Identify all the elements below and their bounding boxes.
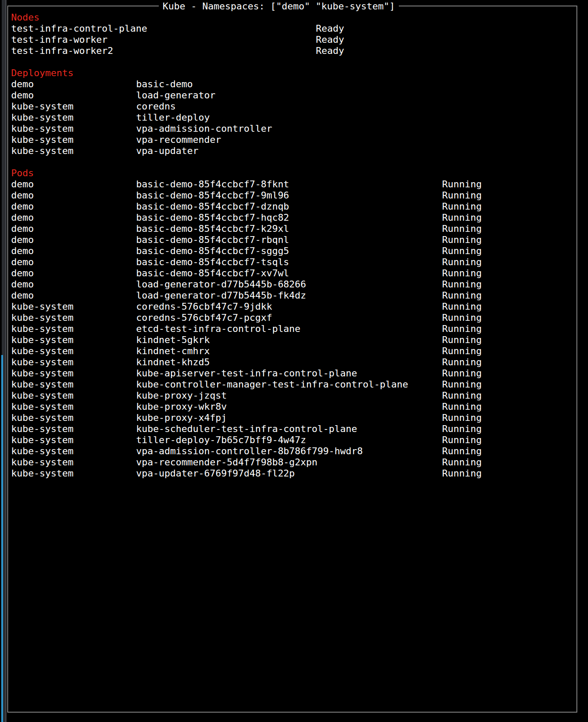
deployment-name: load-generator [136, 90, 215, 101]
deployment-namespace: demo [11, 90, 34, 101]
deployment-row: kube-systemvpa-recommender [8, 134, 576, 145]
deployment-name: basic-demo [136, 79, 193, 90]
pod-namespace: kube-system [11, 346, 74, 357]
pod-name: kube-scheduler-test-infra-control-plane [136, 423, 357, 435]
pod-status: Running [442, 312, 482, 323]
pod-namespace: kube-system [11, 334, 74, 346]
deployment-name: tiller-deploy [136, 112, 210, 123]
node-name: test-infra-control-plane [11, 23, 147, 34]
pod-status: Running [442, 357, 482, 368]
pod-status: Running [442, 279, 482, 290]
pod-name: kindnet-khzd5 [136, 357, 210, 368]
pod-namespace: kube-system [11, 312, 74, 323]
pod-namespace: demo [11, 279, 34, 290]
pod-namespace: demo [11, 290, 34, 301]
pod-namespace: kube-system [11, 379, 74, 390]
pod-name: vpa-recommender-5d4f7f98b8-g2xpn [136, 457, 318, 468]
pod-row: kube-systemtiller-deploy-7b65c7bff9-4w47… [8, 435, 576, 446]
nodes-section-header: Nodes [8, 12, 576, 23]
pod-name: kube-proxy-jzqst [136, 390, 227, 401]
pod-namespace: demo [11, 201, 34, 212]
pod-row: demoload-generator-d77b5445b-fk4dzRunnin… [8, 290, 576, 301]
pod-row: kube-systemcoredns-576cbf47c7-9jdkkRunni… [8, 301, 576, 312]
pod-status: Running [442, 468, 482, 479]
pod-namespace: kube-system [11, 423, 74, 435]
pod-name: basic-demo-85f4ccbcf7-xv7wl [136, 268, 289, 279]
pod-row: kube-systemvpa-recommender-5d4f7f98b8-g2… [8, 457, 576, 468]
pod-status: Running [442, 223, 482, 234]
pod-status: Running [442, 334, 482, 346]
node-name: test-infra-worker2 [11, 45, 113, 56]
node-status: Ready [316, 34, 344, 45]
deployment-name: coredns [136, 101, 176, 112]
pod-status: Running [442, 190, 482, 201]
deployment-namespace: kube-system [11, 145, 74, 157]
pod-status: Running [442, 212, 482, 223]
pod-status: Running [442, 257, 482, 268]
kube-panel: Kube - Namespaces: ["demo" "kube-system"… [7, 6, 577, 713]
pod-row: kube-systemkube-apiserver-test-infra-con… [8, 368, 576, 379]
pod-row: kube-systemcoredns-576cbf47c7-pcgxfRunni… [8, 312, 576, 323]
pod-name: load-generator-d77b5445b-68266 [136, 279, 306, 290]
pod-name: basic-demo-85f4ccbcf7-sggg5 [136, 246, 289, 257]
pod-row: demobasic-demo-85f4ccbcf7-tsqlsRunning [8, 257, 576, 268]
pod-row: kube-systemkube-controller-manager-test-… [8, 379, 576, 390]
pod-row: demoload-generator-d77b5445b-68266Runnin… [8, 279, 576, 290]
pod-namespace: demo [11, 246, 34, 257]
pod-status: Running [442, 179, 482, 190]
pod-status: Running [442, 423, 482, 435]
node-name: test-infra-worker [11, 34, 107, 45]
pod-status: Running [442, 435, 482, 446]
pod-status: Running [442, 379, 482, 390]
pod-name: load-generator-d77b5445b-fk4dz [136, 290, 306, 301]
panel-content: Nodes test-infra-control-planeReadytest-… [8, 6, 576, 479]
pod-namespace: demo [11, 190, 34, 201]
pod-name: etcd-test-infra-control-plane [136, 323, 300, 334]
pod-name: basic-demo-85f4ccbcf7-hqc82 [136, 212, 289, 223]
pod-name: basic-demo-85f4ccbcf7-8fknt [136, 179, 289, 190]
pod-name: kindnet-5gkrk [136, 334, 210, 346]
pod-row: demobasic-demo-85f4ccbcf7-rbqnlRunning [8, 234, 576, 246]
pod-row: kube-systemkube-proxy-jzqstRunning [8, 390, 576, 401]
deployment-row: demoload-generator [8, 90, 576, 101]
deployments-table: demobasic-demodemoload-generatorkube-sys… [8, 79, 576, 157]
pod-name: basic-demo-85f4ccbcf7-dznqb [136, 201, 289, 212]
node-row: test-infra-workerReady [8, 34, 576, 45]
pod-namespace: kube-system [11, 435, 74, 446]
deployment-namespace: kube-system [11, 101, 74, 112]
deployment-name: vpa-admission-controller [136, 123, 272, 134]
node-row: test-infra-worker2Ready [8, 45, 576, 56]
section-gap [8, 56, 576, 68]
deployment-namespace: kube-system [11, 112, 74, 123]
pod-name: kube-proxy-x4fpj [136, 412, 227, 423]
pod-name: basic-demo-85f4ccbcf7-tsqls [136, 257, 289, 268]
pod-namespace: demo [11, 234, 34, 246]
section-header-label: Deployments [11, 68, 74, 79]
pod-status: Running [442, 446, 482, 457]
pod-name: kube-controller-manager-test-infra-contr… [136, 379, 408, 390]
deployment-namespace: demo [11, 79, 34, 90]
pod-namespace: kube-system [11, 446, 74, 457]
section-header-label: Nodes [11, 12, 39, 23]
section-gap [8, 157, 576, 168]
deployment-row: kube-systemvpa-updater [8, 145, 576, 157]
pod-status: Running [442, 290, 482, 301]
pod-status: Running [442, 201, 482, 212]
pod-namespace: kube-system [11, 390, 74, 401]
pod-row: kube-systemetcd-test-infra-control-plane… [8, 323, 576, 334]
node-status: Ready [316, 45, 344, 56]
deployment-namespace: kube-system [11, 123, 74, 134]
deployment-namespace: kube-system [11, 134, 74, 145]
pod-name: basic-demo-85f4ccbcf7-k29xl [136, 223, 289, 234]
pod-status: Running [442, 323, 482, 334]
scrollbar-thumb[interactable] [1, 355, 3, 722]
pod-status: Running [442, 390, 482, 401]
gutter-edge-line [6, 0, 6, 722]
pod-name: basic-demo-85f4ccbcf7-9ml96 [136, 190, 289, 201]
terminal-screen: Kube - Namespaces: ["demo" "kube-system"… [0, 0, 588, 722]
pod-name: coredns-576cbf47c7-pcgxf [136, 312, 272, 323]
pod-namespace: kube-system [11, 468, 74, 479]
pod-name: vpa-admission-controller-8b786f799-hwdr8 [136, 446, 363, 457]
node-status: Ready [316, 23, 344, 34]
pod-row: demobasic-demo-85f4ccbcf7-sggg5Running [8, 246, 576, 257]
